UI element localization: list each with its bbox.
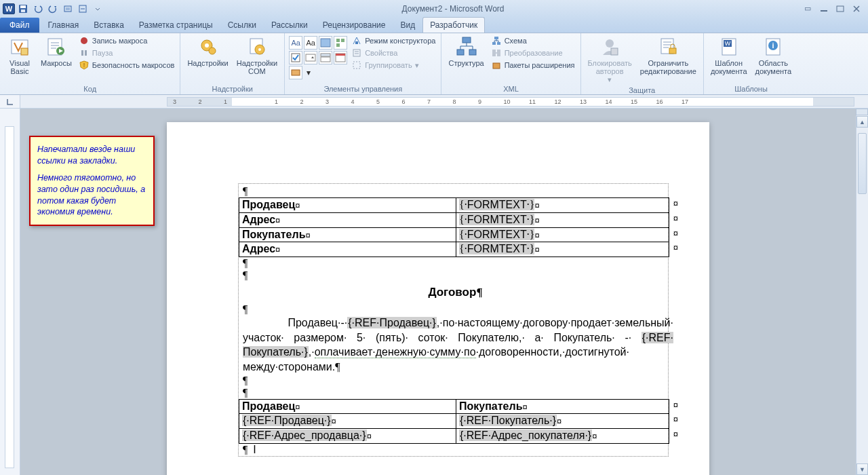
structure-button[interactable]: Структура <box>446 35 486 83</box>
doc-table-1: Продавец¤{·FORMTEXT·}¤¤ Адрес¤{·FORMTEXT… <box>239 197 669 257</box>
doc-body: Продавец·-·{·REF·Продавец·},·по·настояще… <box>243 316 673 374</box>
tab-view[interactable]: Вид <box>393 17 422 33</box>
ctrl-text-icon[interactable]: Aa <box>304 36 317 50</box>
window-title: Документ2 - Microsoft Word <box>104 4 802 14</box>
qat-dropdown-icon[interactable] <box>91 2 104 16</box>
qat-btn4-icon[interactable] <box>61 2 75 16</box>
schema-icon <box>491 35 502 46</box>
ctrl-date-icon[interactable] <box>334 51 347 64</box>
group-xml: Структура Схема Преобразование Пакеты ра… <box>441 33 580 94</box>
group-controls: Aa Aa ▾ Режим конструктора С <box>285 33 441 94</box>
com-addins-button[interactable]: Надстройки COM <box>234 35 280 83</box>
svg-rect-48 <box>669 48 676 54</box>
maximize-icon[interactable] <box>834 4 846 14</box>
tab-developer[interactable]: Разработчик <box>422 17 485 33</box>
record-icon <box>79 35 90 46</box>
group-controls-button: Группировать ▾ <box>350 59 437 71</box>
schema-button[interactable]: Схема <box>490 35 576 47</box>
doc-heading: Договор¶ <box>243 282 668 303</box>
ctrl-combobox-icon[interactable] <box>304 51 317 64</box>
svg-point-21 <box>258 48 261 51</box>
tab-file[interactable]: Файл <box>0 18 39 33</box>
svg-rect-36 <box>462 37 471 43</box>
svg-rect-44 <box>493 63 500 69</box>
visual-basic-button[interactable]: Visual Basic <box>4 35 35 83</box>
ribbon: Visual Basic Макросы Запись макроса Пауз… <box>0 33 868 95</box>
svg-rect-24 <box>341 39 344 42</box>
tab-selector[interactable] <box>0 95 20 108</box>
ctrl-checkbox-icon[interactable] <box>289 51 302 64</box>
tab-layout[interactable]: Разметка страницы <box>132 17 220 33</box>
svg-rect-41 <box>497 42 500 45</box>
ctrl-legacy-icon[interactable] <box>289 66 302 79</box>
svg-text:i: i <box>772 41 774 50</box>
group-label-addins: Надстройки <box>184 83 280 94</box>
svg-rect-9 <box>21 48 28 55</box>
svg-rect-29 <box>321 57 330 62</box>
close-icon[interactable] <box>850 4 863 14</box>
tab-home[interactable]: Главная <box>41 17 87 33</box>
transform-button: Преобразование <box>490 47 576 59</box>
split-handle[interactable] <box>856 109 868 115</box>
annotation-callout: Напечатали везде наши ссылки на закладки… <box>29 136 155 226</box>
tab-references[interactable]: Ссылки <box>220 17 264 33</box>
template-icon: W <box>718 36 740 58</box>
svg-rect-37 <box>457 50 464 55</box>
title-bar: W Документ2 - Microsoft Word ▭ <box>0 0 868 17</box>
ctrl-dropdown-icon[interactable] <box>319 51 332 64</box>
svg-rect-13 <box>81 50 83 56</box>
svg-rect-25 <box>336 43 340 47</box>
scroll-up-icon[interactable]: ▲ <box>856 116 868 128</box>
qat-btn5-icon[interactable] <box>76 2 90 16</box>
tab-mailings[interactable]: Рассылки <box>264 17 315 33</box>
macro-security-button[interactable]: !Безопасность макросов <box>77 59 176 71</box>
doc-template-button[interactable]: W Шаблон документа <box>708 35 750 83</box>
svg-rect-28 <box>321 54 330 56</box>
scroll-down-icon[interactable]: ▼ <box>856 463 868 475</box>
minimize-ribbon-icon[interactable]: ▭ <box>802 4 814 14</box>
svg-rect-27 <box>306 54 315 61</box>
restrict-editing-button[interactable]: Ограничить редактирование <box>637 35 699 85</box>
word-icon[interactable]: W <box>3 3 15 14</box>
qat-save-icon[interactable] <box>16 2 30 16</box>
design-mode-button[interactable]: Режим конструктора <box>350 35 437 47</box>
svg-rect-43 <box>497 50 500 56</box>
svg-rect-7 <box>837 6 844 12</box>
gear-doc-icon <box>246 36 268 58</box>
macros-button[interactable]: Макросы <box>38 35 75 83</box>
svg-rect-38 <box>469 50 476 55</box>
page: ¶ Продавец¤{·FORMTEXT·}¤¤ Адрес¤{·FORMTE… <box>167 122 709 475</box>
scroll-thumb[interactable] <box>858 133 867 194</box>
svg-rect-6 <box>821 10 827 12</box>
ctrl-buildingblock-icon[interactable] <box>334 36 347 50</box>
tab-insert[interactable]: Вставка <box>86 17 132 33</box>
ctrl-richtext-icon[interactable]: Aa <box>289 36 302 50</box>
expansion-packs-button[interactable]: Пакеты расширения <box>490 59 576 71</box>
ctrl-picture-icon[interactable] <box>319 36 332 50</box>
properties-button: Свойства <box>350 47 437 59</box>
pause-icon <box>79 48 90 58</box>
block-authors-button: Блокировать авторов ▾ <box>585 35 635 85</box>
svg-point-18 <box>209 48 216 54</box>
panel-icon: i <box>762 36 784 58</box>
record-macro-button[interactable]: Запись макроса <box>77 35 176 47</box>
svg-rect-40 <box>492 42 496 45</box>
vertical-scrollbar[interactable]: ▲ ▼ <box>856 109 868 475</box>
qat-undo-icon[interactable] <box>31 2 45 16</box>
svg-rect-33 <box>355 41 358 44</box>
doc-panel-button[interactable]: i Область документа <box>753 35 795 83</box>
addins-button[interactable]: Надстройки <box>184 35 231 83</box>
paragraph-mark: ¶ <box>243 185 668 197</box>
group-protect: Блокировать авторов ▾ Ограничить редакти… <box>581 33 704 94</box>
ruler-vertical[interactable] <box>0 109 20 475</box>
qat-redo-icon[interactable] <box>46 2 60 16</box>
svg-point-17 <box>205 43 209 48</box>
svg-point-12 <box>81 37 87 44</box>
tab-review[interactable]: Рецензирование <box>315 17 393 33</box>
gear-icon <box>197 36 219 58</box>
group-label-xml: XML <box>446 83 576 94</box>
restrict-icon <box>657 36 679 58</box>
minimize-icon[interactable] <box>818 4 830 14</box>
group-label-protect: Защита <box>585 85 699 96</box>
ctrl-more-icon[interactable]: ▾ <box>304 66 313 79</box>
